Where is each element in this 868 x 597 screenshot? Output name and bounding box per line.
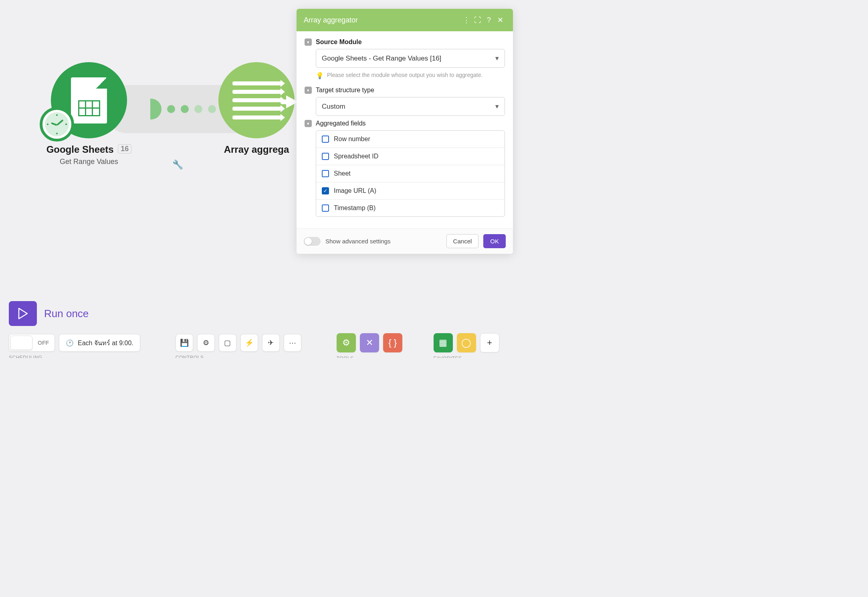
node-google-sheets[interactable]: Google Sheets 16 Get Range Values (33, 62, 145, 166)
tools-gear-button[interactable]: ⚙ (337, 333, 356, 352)
checkbox[interactable] (322, 136, 329, 143)
more-icon[interactable]: ⋮ (461, 14, 472, 26)
advanced-label: Show advanced settings (325, 238, 442, 245)
field-checkbox-row[interactable]: Spreadsheet ID (316, 148, 505, 165)
node-title: Array aggrega (200, 144, 313, 155)
gear-icon: ⚙ (203, 338, 209, 347)
wrench-icon[interactable]: 🔧 (172, 160, 183, 170)
node-array-aggregator[interactable]: Array aggrega (200, 62, 313, 155)
config-panel: Array aggregator ⋮ ⛶ ? ✕ ▾ Source Module… (297, 9, 513, 254)
aggregator-icon (232, 81, 281, 119)
chevron-down-icon: ▾ (495, 102, 499, 111)
aggregated-fields-label: Aggregated fields (316, 120, 366, 127)
cancel-button[interactable]: Cancel (446, 234, 479, 248)
source-module-label: Source Module (316, 38, 362, 46)
help-icon[interactable]: ? (483, 14, 495, 26)
checkbox[interactable] (322, 153, 329, 160)
explain-flow-button[interactable]: ✈ (262, 334, 280, 352)
run-once-button[interactable] (9, 301, 37, 326)
lightbulb-icon: 💡 (316, 72, 324, 79)
tools-icon: ✕ (366, 338, 373, 348)
collapse-toggle[interactable]: ▾ (305, 87, 312, 94)
brackets-icon: { } (388, 338, 397, 348)
target-structure-select[interactable]: Custom ▾ (316, 97, 505, 116)
source-module-select[interactable]: Google Sheets - Get Range Values [16] ▾ (316, 49, 505, 68)
checkbox[interactable] (322, 204, 329, 212)
wand-icon: ⚡ (245, 338, 254, 347)
scheduling-toggle[interactable]: OFF (9, 334, 55, 352)
close-icon[interactable]: ✕ (495, 14, 506, 26)
collapse-toggle[interactable]: ▾ (305, 120, 312, 127)
scheduling-group-label: SCHEDULING (9, 355, 42, 358)
plus-icon: + (487, 338, 492, 348)
ok-button[interactable]: OK (483, 234, 506, 248)
tools-wrench-button[interactable]: ✕ (360, 333, 379, 352)
schedule-button[interactable]: 🕐 Each จันทร์ at 9:00. (59, 334, 140, 352)
chevron-down-icon: ▾ (495, 54, 499, 63)
dots-icon: ⋯ (289, 338, 296, 347)
field-checkbox-row[interactable]: Row number (316, 131, 505, 148)
clock-icon: 🕐 (66, 339, 74, 347)
favorites-group-label: FAVORITES (434, 356, 462, 358)
checkbox[interactable] (322, 170, 329, 177)
note-icon: ▢ (224, 338, 231, 347)
auto-align-button[interactable]: ⚡ (240, 334, 258, 352)
aggregated-fields-list: Row number Spreadsheet ID Sheet ✓ Image … (316, 130, 505, 217)
gear-icon: ⚙ (342, 338, 350, 348)
collapse-toggle[interactable]: ▾ (305, 38, 312, 46)
settings-button[interactable]: ⚙ (197, 334, 215, 352)
plane-icon: ✈ (268, 338, 274, 347)
target-structure-label: Target structure type (316, 87, 374, 94)
expand-icon[interactable]: ⛶ (472, 14, 483, 26)
save-button[interactable]: 💾 (176, 334, 193, 352)
field-checkbox-row[interactable]: Sheet (316, 165, 505, 182)
egg-icon: ◯ (461, 338, 471, 348)
more-button[interactable]: ⋯ (284, 334, 301, 352)
add-favorite-button[interactable]: + (480, 333, 499, 352)
run-once-label: Run once (44, 308, 89, 320)
field-checkbox-row[interactable]: Timestamp (B) (316, 199, 505, 217)
favorite-egg-button[interactable]: ◯ (457, 333, 476, 352)
clock-icon (40, 107, 74, 142)
notes-button[interactable]: ▢ (219, 334, 236, 352)
source-hint: Please select the module whose output yo… (327, 72, 482, 78)
tools-group-label: TOOLS (337, 356, 354, 358)
panel-title: Array aggregator (304, 16, 461, 24)
play-icon (18, 308, 28, 320)
node-subtitle: Get Range Values (33, 158, 145, 166)
field-checkbox-row[interactable]: ✓ Image URL (A) (316, 182, 505, 199)
google-sheets-icon (71, 77, 107, 123)
sheet-icon: ▦ (439, 338, 447, 348)
save-icon: 💾 (180, 338, 189, 347)
node-id-badge: 16 (118, 144, 131, 154)
favorite-sheets-button[interactable]: ▦ (434, 333, 453, 352)
tools-json-button[interactable]: { } (383, 333, 402, 352)
advanced-toggle[interactable] (304, 237, 321, 246)
checkbox[interactable]: ✓ (322, 187, 329, 194)
node-title: Google Sheets (46, 144, 114, 155)
controls-group-label: CONTROLS (176, 355, 204, 358)
